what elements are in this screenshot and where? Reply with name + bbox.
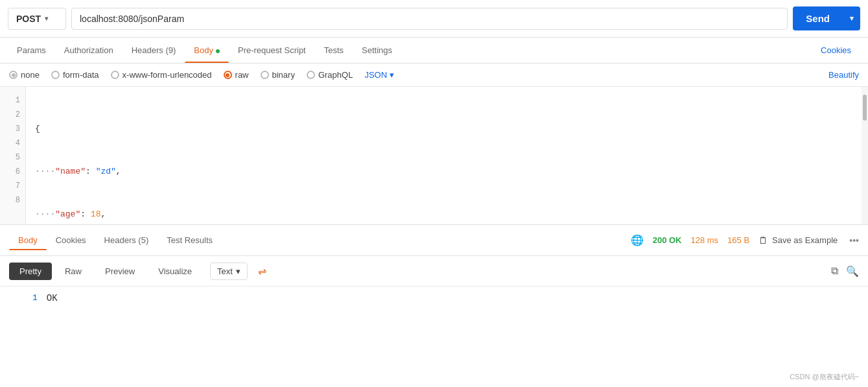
method-chevron: ▾ bbox=[45, 15, 48, 22]
watermark: CSDN @熬夜磕代码~ bbox=[790, 372, 859, 382]
radio-binary-label: binary bbox=[272, 70, 295, 80]
tab-headers[interactable]: Headers (9) bbox=[123, 38, 185, 63]
radio-raw[interactable]: raw bbox=[224, 70, 249, 80]
url-bar: POST ▾ Send ▾ bbox=[0, 0, 868, 38]
response-size: 165 B bbox=[727, 235, 749, 245]
body-type-row: none form-data x-www-form-urlencoded raw… bbox=[0, 64, 868, 87]
radio-graphql[interactable]: GraphQL bbox=[307, 70, 353, 80]
radio-graphql-circle bbox=[307, 71, 315, 79]
resp-status-bar: 🌐 200 OK 128 ms 165 B 🗒 Save as Example … bbox=[631, 234, 859, 246]
globe-icon: 🌐 bbox=[631, 234, 644, 246]
radio-urlencoded-circle bbox=[111, 71, 119, 79]
wrap-lines-button[interactable]: ⇌ bbox=[253, 261, 272, 281]
radio-none-circle bbox=[9, 71, 18, 79]
editor-scrollbar-thumb bbox=[863, 95, 867, 121]
radio-binary[interactable]: binary bbox=[261, 70, 295, 80]
tab-settings[interactable]: Settings bbox=[353, 38, 401, 63]
output-line-number: 1 bbox=[32, 293, 38, 303]
send-button[interactable]: Send ▾ bbox=[793, 6, 860, 30]
radio-raw-label: raw bbox=[235, 70, 249, 80]
save-example-label: Save as Example bbox=[772, 235, 838, 245]
code-content[interactable]: { ····"name": "zd", ····"age": 18, ····"… bbox=[26, 87, 862, 224]
tab-tests[interactable]: Tests bbox=[315, 38, 353, 63]
send-dropdown-chevron[interactable]: ▾ bbox=[843, 8, 860, 29]
view-preview-button[interactable]: Preview bbox=[95, 263, 145, 280]
editor-scrollbar[interactable] bbox=[862, 87, 868, 224]
search-icon[interactable]: 🔍 bbox=[846, 265, 859, 277]
response-toolbar: Pretty Raw Preview Visualize Text ▾ ⇌ ⧉ … bbox=[0, 256, 868, 287]
resp-tab-body[interactable]: Body bbox=[9, 230, 47, 250]
radio-form-data-label: form-data bbox=[63, 70, 99, 80]
resp-tab-test-results[interactable]: Test Results bbox=[158, 230, 222, 250]
radio-form-data-circle bbox=[51, 71, 60, 79]
radio-urlencoded[interactable]: x-www-form-urlencoded bbox=[111, 70, 212, 80]
line-numbers: 1 2 3 4 5 6 7 8 bbox=[0, 87, 26, 224]
save-icon: 🗒 bbox=[758, 235, 768, 246]
format-label: JSON bbox=[364, 70, 387, 80]
output-value: OK bbox=[47, 293, 58, 303]
method-label: POST bbox=[16, 14, 41, 24]
send-label: Send bbox=[793, 6, 843, 30]
radio-form-data[interactable]: form-data bbox=[51, 70, 99, 80]
status-code: 200 OK bbox=[653, 235, 682, 245]
radio-urlencoded-label: x-www-form-urlencoded bbox=[123, 70, 212, 80]
tab-authorization[interactable]: Authorization bbox=[55, 38, 123, 63]
response-time: 128 ms bbox=[690, 235, 718, 245]
format-selector[interactable]: JSON ▾ bbox=[364, 70, 394, 80]
text-format-selector[interactable]: Text ▾ bbox=[210, 263, 248, 280]
tab-pre-request-script[interactable]: Pre-request Script bbox=[229, 38, 315, 63]
tab-body[interactable]: Body bbox=[185, 38, 229, 63]
view-raw-button[interactable]: Raw bbox=[54, 263, 92, 280]
wrap-icon: ⇌ bbox=[258, 265, 266, 277]
resp-tab-headers[interactable]: Headers (5) bbox=[95, 230, 158, 250]
tab-cookies[interactable]: Cookies bbox=[812, 38, 860, 63]
radio-binary-circle bbox=[261, 71, 269, 79]
body-active-dot bbox=[216, 49, 220, 53]
view-pretty-button[interactable]: Pretty bbox=[9, 263, 52, 280]
url-input[interactable] bbox=[71, 8, 788, 30]
beautify-button[interactable]: Beautify bbox=[828, 70, 859, 80]
view-visualize-button[interactable]: Visualize bbox=[148, 263, 202, 280]
radio-raw-circle bbox=[224, 71, 232, 79]
response-action-icons: ⧉ 🔍 bbox=[831, 265, 859, 277]
code-editor[interactable]: 1 2 3 4 5 6 7 8 { ····"name": "zd", ····… bbox=[0, 87, 868, 225]
save-example-button[interactable]: 🗒 Save as Example bbox=[758, 235, 838, 246]
more-options-icon[interactable]: ••• bbox=[849, 235, 859, 246]
method-selector[interactable]: POST ▾ bbox=[8, 8, 66, 30]
response-output: 1 OK bbox=[0, 287, 868, 310]
text-format-chevron-icon: ▾ bbox=[236, 266, 240, 276]
text-format-label: Text bbox=[217, 266, 233, 276]
response-header: Body Cookies Headers (5) Test Results 🌐 … bbox=[0, 225, 868, 256]
resp-tab-cookies[interactable]: Cookies bbox=[47, 230, 95, 250]
tab-params[interactable]: Params bbox=[8, 38, 55, 63]
copy-icon[interactable]: ⧉ bbox=[831, 265, 838, 277]
format-chevron-icon: ▾ bbox=[390, 70, 394, 80]
radio-none-label: none bbox=[21, 70, 40, 80]
request-tabs: Params Authorization Headers (9) Body Pr… bbox=[0, 38, 868, 64]
radio-none[interactable]: none bbox=[9, 70, 40, 80]
radio-graphql-label: GraphQL bbox=[318, 70, 353, 80]
